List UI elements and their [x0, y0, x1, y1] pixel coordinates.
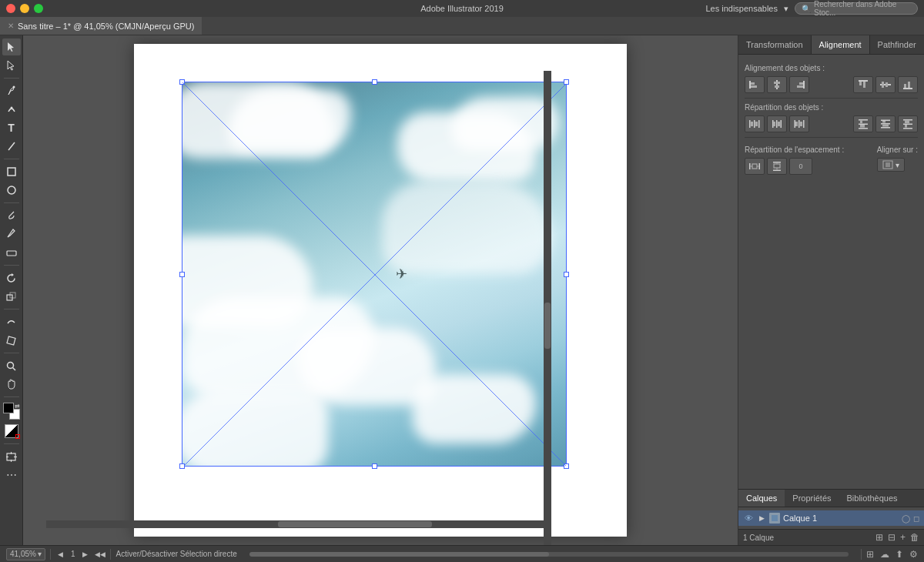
align-center-v-btn[interactable] [875, 76, 896, 93]
scale-tool[interactable] [2, 288, 21, 305]
artboard-tool[interactable] [2, 448, 21, 465]
space-input[interactable]: 0 [789, 158, 812, 175]
svg-rect-52 [795, 122, 798, 126]
space-v-btn[interactable] [767, 158, 787, 175]
prev-page-btn[interactable]: ◀ [55, 549, 66, 560]
horizontal-scrollbar[interactable] [46, 520, 551, 528]
svg-rect-25 [774, 82, 780, 84]
close-button[interactable] [6, 4, 15, 13]
svg-rect-43 [755, 122, 758, 126]
more-tools[interactable]: ⋯ [2, 467, 21, 483]
layer-expand-icon[interactable]: ▶ [757, 513, 766, 523]
zoom-chevron-icon: ▾ [38, 550, 42, 558]
workspace-label[interactable]: Les indispensables [705, 4, 778, 13]
align-sur-dropdown[interactable]: ▾ [877, 158, 905, 172]
panel-content: Alignement des objets : [738, 55, 924, 489]
svg-rect-62 [882, 121, 886, 123]
align-top-btn[interactable] [853, 76, 873, 93]
create-sublayer-icon[interactable]: ⊞ [875, 532, 883, 543]
first-page-btn[interactable]: ◀◀ [95, 549, 105, 560]
tab-proprietes[interactable]: Propriétés [785, 490, 839, 507]
pencil-tool[interactable] [2, 226, 21, 243]
align-bottom-btn[interactable] [898, 76, 918, 93]
selection-tool[interactable] [2, 38, 21, 55]
distribute-objects-row [745, 115, 918, 132]
paintbrush-tool[interactable] [2, 207, 21, 224]
image-container[interactable]: ✈ [182, 82, 567, 467]
ellipse-tool[interactable] [2, 182, 21, 199]
workspace-chevron-icon[interactable]: ▾ [784, 4, 788, 14]
svg-rect-47 [773, 122, 775, 126]
svg-rect-75 [773, 170, 781, 172]
tab-alignement[interactable]: Alignement [812, 35, 870, 54]
tab-label: Sans titre – 1* @ 41,05% (CMJN/Aperçu GP… [18, 22, 194, 31]
airplane-icon: ✈ [396, 266, 407, 283]
pen-tool[interactable] [2, 82, 21, 99]
distribute-top-btn[interactable] [853, 115, 873, 132]
tab-close-icon[interactable]: ✕ [8, 22, 14, 30]
direct-selection-tool[interactable] [2, 57, 21, 74]
toolbar-separator-3 [4, 202, 19, 203]
swap-colors-icon[interactable]: ⇄ [15, 403, 20, 410]
align-objects-row1 [745, 76, 918, 93]
free-transform-tool[interactable] [2, 332, 21, 349]
new-layer-icon[interactable]: + [900, 532, 906, 543]
arrange-icon[interactable]: ⊞ [866, 549, 874, 560]
layer-visibility-icon[interactable]: 👁 [743, 513, 754, 524]
svg-rect-36 [903, 88, 912, 89]
maximize-button[interactable] [34, 4, 43, 13]
cc-icon[interactable]: ☁ [880, 549, 889, 560]
distribute-right-btn[interactable] [789, 115, 809, 132]
rectangle-tool[interactable] [2, 163, 21, 180]
horizontal-scrollbar-thumb[interactable] [278, 521, 432, 527]
export-icon[interactable]: ⬆ [896, 549, 903, 560]
artboard-action-label[interactable]: Activer/Désactiver Sélection directe [116, 550, 236, 558]
delete-layer-icon[interactable]: 🗑 [910, 532, 919, 543]
tab-calques[interactable]: Calques [738, 490, 785, 507]
svg-rect-54 [859, 119, 868, 121]
zoom-dropdown[interactable]: 41,05% ▾ [6, 548, 45, 560]
color-mode-btn[interactable] [2, 423, 21, 440]
foreground-color[interactable] [3, 403, 14, 413]
toolbar-separator-8 [4, 443, 19, 444]
layer-lock-icon[interactable]: ◯ [902, 514, 910, 523]
distribute-bottom-btn[interactable] [898, 115, 918, 132]
type-tool[interactable]: T [2, 119, 21, 136]
eraser-tool[interactable] [2, 244, 21, 261]
svg-rect-24 [776, 80, 778, 89]
line-tool[interactable] [2, 138, 21, 155]
minimize-button[interactable] [20, 4, 29, 13]
layer-target-icon[interactable]: ◻ [913, 514, 919, 523]
svg-rect-81 [772, 515, 778, 521]
make-clipping-mask-icon[interactable]: ⊟ [888, 532, 896, 543]
tab-bibliotheques[interactable]: Bibliothèques [839, 490, 906, 507]
svg-rect-64 [903, 119, 912, 121]
distribute-center-h-btn[interactable] [767, 115, 787, 132]
align-left-btn[interactable] [745, 76, 765, 93]
tab-transformation[interactable]: Transformation [738, 35, 812, 54]
align-right-btn[interactable] [789, 76, 809, 93]
zoom-tool[interactable] [2, 357, 21, 374]
color-selector[interactable]: ⇄ [3, 403, 20, 420]
svg-rect-61 [881, 127, 890, 129]
main-area: T [0, 35, 924, 545]
vertical-scrollbar-thumb[interactable] [544, 303, 551, 349]
hand-tool[interactable] [2, 376, 21, 393]
layer-row[interactable]: 👁 ▶ Calque 1 ◯ ◻ [738, 510, 924, 526]
next-page-btn[interactable]: ▶ [79, 549, 90, 560]
space-h-btn[interactable] [745, 158, 765, 175]
align-center-h-btn[interactable] [767, 76, 787, 93]
settings-icon[interactable]: ⚙ [909, 549, 918, 560]
tab-pathfinder[interactable]: Pathfinder [870, 35, 924, 54]
rotate-tool[interactable] [2, 269, 21, 286]
spacing-label: Répartition de l'espacement : [745, 146, 844, 154]
vertical-scrollbar[interactable] [544, 71, 551, 545]
document-tab[interactable]: ✕ Sans titre – 1* @ 41,05% (CMJN/Aperçu … [0, 17, 203, 35]
distribute-left-btn[interactable] [745, 115, 765, 132]
left-toolbar: T [0, 35, 23, 545]
distribute-center-v-btn[interactable] [875, 115, 896, 132]
curvature-tool[interactable] [2, 101, 21, 118]
search-bar[interactable]: 🔍 Rechercher dans Adobe Stoc... [795, 2, 918, 15]
warp-tool[interactable] [2, 313, 21, 330]
separator-3 [861, 549, 862, 560]
